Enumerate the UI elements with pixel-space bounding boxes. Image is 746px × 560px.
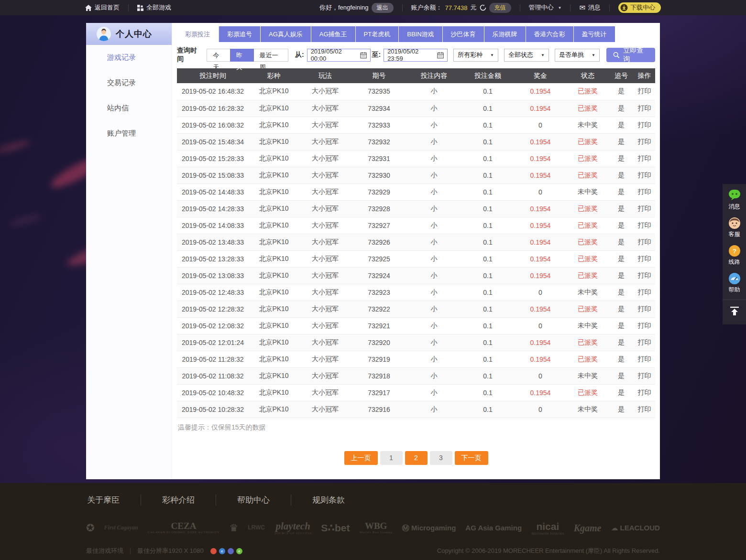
page-button-1[interactable]: 1: [380, 451, 403, 465]
home-link[interactable]: 返回首页: [85, 3, 120, 12]
cell-bet-amount: 0.1: [461, 267, 514, 284]
cell-print-action[interactable]: 打印: [634, 384, 655, 401]
refresh-icon[interactable]: [480, 4, 486, 11]
footer-link[interactable]: 帮助中心: [216, 495, 291, 506]
page-button-2[interactable]: 2: [405, 451, 428, 465]
sidebar-item-site-mail[interactable]: 站内信: [86, 96, 172, 121]
quick-filter-today[interactable]: 今天: [207, 49, 230, 62]
cell-chase: 是: [609, 317, 634, 334]
cell-chase: 是: [609, 183, 634, 200]
tab-lottery-bet[interactable]: 彩票投注: [177, 26, 219, 42]
sidebar-item-transaction-records[interactable]: 交易记录: [86, 70, 172, 96]
cell-status: 已派奖: [567, 167, 609, 183]
tab-lottery-chase[interactable]: 彩票追号: [219, 26, 260, 42]
float-item-help[interactable]: 帮助: [723, 269, 746, 297]
admin-center-menu[interactable]: 管理中心 ▼: [529, 3, 562, 12]
cell-issue-number: 732919: [351, 351, 406, 367]
cell-chase: 是: [609, 100, 634, 117]
from-date-input[interactable]: 2019/05/02 00:00: [307, 49, 371, 62]
tab-leyou-chess[interactable]: 乐游棋牌: [484, 26, 526, 42]
table-row: 2019-05-02 12:28:32北京PK10大小冠军732922小0.10…: [177, 301, 655, 317]
lottery-type-select[interactable]: 所有彩种▼: [453, 49, 498, 62]
admin-center-label: 管理中心: [529, 3, 554, 12]
tab-ag-fishing[interactable]: AG捕鱼王: [311, 26, 355, 42]
best-resolution-text: 最佳分辨率1920 X 1080: [137, 547, 204, 555]
line-icon: ?: [728, 245, 741, 257]
status-select[interactable]: 全部状态▼: [504, 49, 549, 62]
prev-page-button[interactable]: 上一页: [344, 451, 378, 465]
content-area: 彩票投注彩票追号AG真人娱乐AG捕鱼王PT老虎机BBIN游戏沙巴体育乐游棋牌香港…: [172, 23, 660, 479]
cell-print-action[interactable]: 打印: [634, 100, 655, 117]
cell-print-action[interactable]: 打印: [634, 150, 655, 167]
calendar-icon: [360, 52, 367, 59]
logout-button[interactable]: 退出: [372, 3, 394, 13]
cell-print-action[interactable]: 打印: [634, 351, 655, 367]
footer-link[interactable]: 规则条款: [291, 495, 366, 506]
cell-print-action[interactable]: 打印: [634, 200, 655, 217]
cell-print-action[interactable]: 打印: [634, 317, 655, 334]
cell-lottery-type: 北京PK10: [249, 217, 299, 234]
table-row: 2019-05-02 11:08:32北京PK10大小冠军732918小0.10…: [177, 367, 655, 384]
cell-prize: 0.1954: [514, 200, 567, 217]
tab-profit-stats[interactable]: 盈亏统计: [574, 26, 615, 42]
recharge-button[interactable]: 充值: [489, 3, 511, 13]
cell-play-type: 大小冠军: [299, 351, 351, 367]
back-to-top-button[interactable]: [723, 300, 746, 324]
tab-bbin-games[interactable]: BBIN游戏: [399, 26, 442, 42]
cell-print-action[interactable]: 打印: [634, 267, 655, 284]
cell-lottery-type: 北京PK10: [249, 334, 299, 351]
messages-link[interactable]: ✉ 消息: [579, 3, 601, 12]
footer-link[interactable]: 关于摩臣: [86, 495, 141, 506]
tab-saba-sports[interactable]: 沙巴体育: [443, 26, 484, 42]
cell-print-action[interactable]: 打印: [634, 367, 655, 384]
download-center-button[interactable]: 下载中心: [618, 2, 661, 13]
cell-bet-amount: 0.1: [461, 100, 514, 117]
divider: [570, 4, 570, 11]
divider: [402, 4, 403, 11]
query-time-label: 查询时间: [177, 46, 202, 64]
cell-print-action[interactable]: 打印: [634, 183, 655, 200]
sidebar-item-game-records[interactable]: 游戏记录: [86, 45, 172, 70]
sidebar-header: 个人中心: [86, 23, 172, 45]
to-date-input[interactable]: 2019/05/02 23:59: [384, 49, 448, 62]
search-button[interactable]: 立即查询: [606, 48, 655, 62]
cell-print-action[interactable]: 打印: [634, 117, 655, 133]
cell-print-action[interactable]: 打印: [634, 234, 655, 250]
cell-print-action[interactable]: 打印: [634, 284, 655, 301]
tab-pt-slots[interactable]: PT老虎机: [356, 26, 399, 42]
all-games-link[interactable]: 全部游戏: [137, 3, 171, 12]
single-pick-select[interactable]: 是否单挑▼: [555, 49, 600, 62]
table-row: 2019-05-02 16:28:32北京PK10大小冠军732934小0.10…: [177, 100, 655, 117]
footer-link[interactable]: 彩种介绍: [141, 495, 216, 506]
cell-chase: 是: [609, 367, 634, 384]
quick-filter-last-week[interactable]: 最近一周: [253, 49, 288, 62]
next-page-button[interactable]: 下一页: [455, 451, 488, 465]
cell-bet-content: 小: [406, 351, 461, 367]
cell-print-action[interactable]: 打印: [634, 250, 655, 267]
float-item-message[interactable]: 消息: [723, 186, 746, 214]
cell-lottery-type: 北京PK10: [249, 250, 299, 267]
float-item-line[interactable]: ?线路: [723, 242, 746, 269]
tab-ag-live[interactable]: AG真人娱乐: [261, 26, 311, 42]
cell-bet-time: 2019-05-02 16:48:32: [177, 83, 249, 100]
cell-print-action[interactable]: 打印: [634, 401, 655, 418]
cell-print-action[interactable]: 打印: [634, 83, 655, 100]
cell-print-action[interactable]: 打印: [634, 133, 655, 150]
cell-print-action[interactable]: 打印: [634, 167, 655, 183]
cell-print-action[interactable]: 打印: [634, 334, 655, 351]
sidebar-item-account-management[interactable]: 账户管理: [86, 121, 172, 146]
cell-print-action[interactable]: 打印: [634, 301, 655, 317]
cell-lottery-type: 北京PK10: [249, 83, 299, 100]
cell-issue-number: 732921: [351, 317, 406, 334]
cell-status: 未中奖: [567, 317, 609, 334]
tab-hk-lottery[interactable]: 香港六合彩: [526, 26, 573, 42]
download-center-label: 下载中心: [630, 3, 655, 12]
page-button-3[interactable]: 3: [430, 451, 452, 465]
cell-print-action[interactable]: 打印: [634, 217, 655, 234]
cell-chase: 是: [609, 150, 634, 167]
cell-play-type: 大小冠军: [299, 200, 351, 217]
float-item-service[interactable]: 客服: [723, 214, 746, 242]
quick-filter-yesterday[interactable]: 昨天: [230, 49, 254, 62]
balance-label: 账户余额：: [411, 3, 442, 12]
cell-issue-number: 732932: [351, 133, 406, 150]
